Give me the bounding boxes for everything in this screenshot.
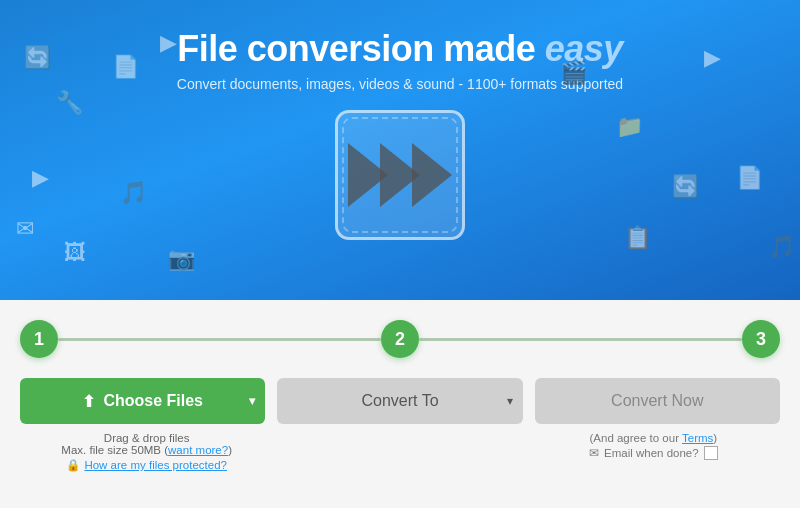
- email-checkbox[interactable]: [704, 446, 718, 460]
- floating-icon: 📁: [616, 114, 643, 140]
- floating-icon: 🎵: [768, 234, 795, 260]
- email-label: Email when done?: [604, 447, 699, 459]
- step-2: 2: [381, 320, 419, 358]
- terms-text: (And agree to our Terms): [527, 432, 780, 444]
- title-prefix: File conversion made: [177, 28, 545, 69]
- arrow-3: [412, 143, 452, 207]
- convert-now-button[interactable]: Convert Now: [535, 378, 780, 424]
- floating-icon: ✉: [16, 216, 34, 242]
- protection-link[interactable]: How are my files protected?: [84, 459, 227, 471]
- protection-line: 🔒 How are my files protected?: [20, 458, 273, 472]
- info-right: (And agree to our Terms) ✉ Email when do…: [527, 432, 780, 460]
- step-line-2: [419, 338, 742, 341]
- convert-to-button[interactable]: Convert To ▾: [277, 378, 522, 424]
- convert-now-label: Convert Now: [611, 392, 703, 410]
- step-1: 1: [20, 320, 58, 358]
- drag-drop-text: Drag & drop files: [20, 432, 273, 444]
- floating-icon: 🎵: [120, 180, 147, 206]
- want-more-link[interactable]: want more?: [168, 444, 228, 456]
- hero-title: File conversion made easy: [177, 28, 623, 70]
- play-arrows: [348, 143, 452, 207]
- info-row: Drag & drop files Max. file size 50MB (w…: [20, 432, 780, 472]
- step-3: 3: [742, 320, 780, 358]
- arrow-2: [380, 143, 420, 207]
- floating-icon: 🔄: [672, 174, 699, 200]
- choose-files-label: Choose Files: [103, 392, 203, 410]
- terms-link[interactable]: Terms: [682, 432, 713, 444]
- email-row: ✉ Email when done?: [527, 446, 780, 460]
- floating-icon: 📷: [168, 246, 195, 272]
- bottom-panel: 1 2 3 ⬆ Choose Files ▾ Convert To ▾ Conv…: [0, 300, 800, 508]
- hero-section: File conversion made easy Convert docume…: [0, 0, 800, 300]
- lock-icon: 🔒: [66, 458, 80, 472]
- steps-row: 1 2 3: [20, 320, 780, 358]
- convert-to-caret: ▾: [507, 394, 513, 408]
- buttons-row: ⬆ Choose Files ▾ Convert To ▾ Convert No…: [20, 378, 780, 424]
- hero-subtitle: Convert documents, images, videos & soun…: [177, 76, 623, 92]
- floating-icon: ▶: [32, 165, 49, 191]
- floating-icon: 🔧: [56, 90, 83, 116]
- max-size-text: Max. file size 50MB (want more?): [20, 444, 273, 456]
- step-line-1: [58, 338, 381, 341]
- floating-icon: 🔄: [24, 45, 51, 71]
- floating-icon: ▶: [704, 45, 721, 71]
- choose-files-caret: ▾: [249, 394, 255, 408]
- floating-icon: 📄: [736, 165, 763, 191]
- arrow-1: [348, 143, 388, 207]
- floating-icon: ▶: [160, 30, 177, 56]
- floating-icon: 📋: [624, 225, 651, 251]
- hero-logo-icon: [335, 110, 465, 240]
- info-left: Drag & drop files Max. file size 50MB (w…: [20, 432, 273, 472]
- email-icon: ✉: [589, 446, 599, 460]
- floating-icon: 📄: [112, 54, 139, 80]
- title-accent: easy: [545, 28, 623, 69]
- upload-icon: ⬆: [82, 392, 95, 411]
- choose-files-button[interactable]: ⬆ Choose Files ▾: [20, 378, 265, 424]
- floating-icon: 🖼: [64, 240, 86, 266]
- convert-to-label: Convert To: [361, 392, 438, 410]
